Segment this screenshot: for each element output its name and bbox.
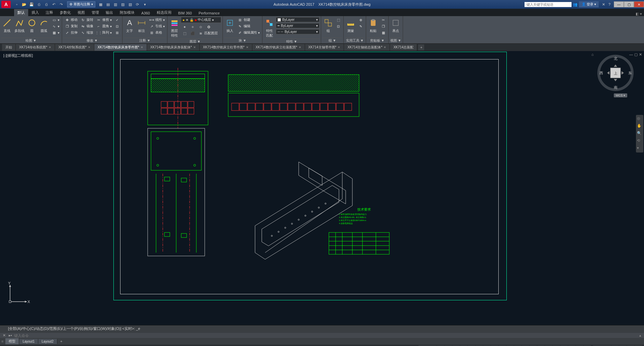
view-cube[interactable]: 北 南 西 东 上	[597, 54, 634, 91]
util-a[interactable]: ⊕	[357, 17, 364, 23]
file-tab-5[interactable]: XK714数控铣床立柱零件图*✕	[200, 44, 252, 51]
close-icon[interactable]: ✕	[338, 46, 340, 49]
paste-button[interactable]: 粘贴	[367, 17, 379, 34]
linear-button[interactable]: ⟷线性 ▾	[148, 17, 166, 23]
minimize-button[interactable]: —	[614, 1, 624, 7]
close-icon[interactable]: ✕	[141, 46, 143, 49]
file-tab-1[interactable]: XK714传动系统图*✕	[16, 44, 55, 51]
nav-pan-icon[interactable]: ✋	[637, 124, 642, 129]
copy2-button[interactable]: ❐	[380, 23, 387, 29]
tab-insert[interactable]: 插入	[28, 9, 42, 16]
linetype-combo[interactable]: ─ ─ByLayer▾	[276, 29, 319, 34]
panel-clip-title[interactable]: 剪贴板 ▼	[367, 38, 387, 43]
wcs-label[interactable]: WCS ▾	[614, 93, 628, 97]
layer-btn-2[interactable]: ✧	[189, 24, 196, 30]
file-tab-8[interactable]: XK714主轴箱总装配体*✕	[344, 44, 390, 51]
login-button[interactable]: 👤 登录 ▾	[579, 1, 599, 7]
layout-tab-model[interactable]: 模型	[5, 338, 19, 344]
qat-saveas-icon[interactable]: ⎙	[36, 1, 42, 8]
layout-tab-2[interactable]: Layout2	[38, 339, 57, 344]
layout-menu-icon[interactable]: ≡	[1, 339, 3, 343]
tab-bim360[interactable]: BIM 360	[175, 10, 195, 16]
rotate-button[interactable]: ↻旋转	[79, 17, 94, 23]
base-button[interactable]: 基点	[390, 17, 401, 34]
leader-button[interactable]: ↗引线 ▾	[148, 23, 166, 29]
qat-btn-e[interactable]: ▧	[127, 1, 134, 8]
spline-button[interactable]: ∿▾	[50, 23, 60, 29]
panel-layers-title[interactable]: 图层 ▼	[169, 39, 221, 44]
tab-parametric[interactable]: 参数化	[56, 9, 74, 16]
tab-view[interactable]: 视图	[74, 9, 88, 16]
match-props-button[interactable]: 特性 匹配	[264, 17, 275, 39]
trim-button[interactable]: ✂修剪 ▾	[95, 17, 113, 23]
tab-a360[interactable]: A360	[138, 10, 153, 16]
arc-button[interactable]: 圆弧	[38, 17, 50, 34]
drawing-area[interactable]: [-][俯视][二维线框] — ▢ ✕	[0, 51, 644, 325]
mod-a[interactable]: ✓	[113, 17, 121, 23]
app-logo[interactable]: A	[1, 1, 11, 8]
cut-button[interactable]: ✂	[380, 17, 387, 23]
mod-b[interactable]: ⊡	[113, 23, 121, 29]
circle-button[interactable]: 圆	[26, 17, 38, 34]
cmd-expand-icon[interactable]: ▴	[639, 333, 641, 338]
layout-add-button[interactable]: +	[58, 338, 64, 344]
tab-addins[interactable]: 附加模块	[116, 9, 138, 16]
ribbon-expand-icon[interactable]: ◧ ▾	[634, 12, 644, 16]
edit-attr-button[interactable]: ✐编辑属性 ▾	[236, 30, 261, 36]
fillet-button[interactable]: ⌐圆角 ▾	[95, 23, 113, 29]
group-button[interactable]: 组	[323, 17, 334, 34]
rect-button[interactable]: ▭▾	[50, 17, 60, 23]
qat-btn-g[interactable]: ▾	[142, 1, 148, 8]
tab-default[interactable]: 默认	[14, 9, 28, 16]
file-tab-4[interactable]: XK714数控铣床床身装配体*✕	[147, 44, 200, 51]
hatch-button[interactable]: ▦▾	[50, 30, 60, 36]
text-button[interactable]: A文字	[124, 17, 135, 34]
tab-manage[interactable]: 管理	[88, 9, 102, 16]
close-icon[interactable]: ✕	[384, 46, 386, 49]
match-layer-button[interactable]: ≋匹配图层	[197, 30, 219, 36]
lineweight-combo[interactable]: ━ByLayer▾	[276, 23, 319, 28]
qat-new-icon[interactable]: ▫	[13, 1, 20, 8]
group-btn-a[interactable]: ⬚	[335, 17, 342, 23]
home-icon[interactable]: ⌂	[591, 52, 594, 56]
panel-modify-title[interactable]: 修改 ▼	[63, 38, 121, 43]
layer-props-button[interactable]: 图层 特性	[169, 17, 180, 39]
color-combo[interactable]: ByLayer▾	[276, 17, 319, 22]
panel-util-title[interactable]: 实用工具 ▼	[345, 38, 364, 43]
search-input[interactable]	[525, 2, 572, 7]
layer-combo[interactable]: ●☀🔓■中心线层 ▾	[181, 17, 221, 23]
tab-annotate[interactable]: 注释	[42, 9, 56, 16]
layer-btn-3[interactable]: ✩	[197, 24, 204, 30]
qat-undo-icon[interactable]: ↶	[50, 1, 57, 8]
layer-btn-4[interactable]: ✪	[205, 24, 212, 30]
measure-button[interactable]: 测量	[345, 17, 356, 34]
close-icon[interactable]: ✕	[299, 46, 301, 49]
nav-orbit-icon[interactable]: ⟲	[637, 138, 642, 144]
close-button[interactable]: ✕	[634, 1, 644, 7]
polyline-button[interactable]: 多段线	[13, 17, 26, 34]
panel-group-title[interactable]: 组 ▼	[323, 38, 342, 43]
insert-button[interactable]: 插入	[224, 17, 236, 34]
qat-save-icon[interactable]: 💾	[28, 1, 35, 8]
exchange-icon[interactable]: ✕	[602, 2, 605, 7]
canvas-close-icon[interactable]: ✕	[639, 52, 642, 57]
nav-show-icon[interactable]: ▾	[637, 146, 642, 151]
qat-btn-f[interactable]: ⟳	[134, 1, 141, 8]
close-icon[interactable]: ✕	[246, 46, 249, 49]
array-button[interactable]: ⋮⋮阵列 ▾	[95, 30, 113, 36]
close-icon[interactable]: ✕	[88, 46, 91, 49]
panel-view-title[interactable]: 视图 ▼	[390, 38, 401, 43]
table-button[interactable]: ⊞表格	[148, 30, 166, 36]
tab-performance[interactable]: Performance	[195, 10, 223, 16]
qat-open-icon[interactable]: 📂	[21, 1, 28, 8]
command-input[interactable]	[14, 334, 639, 338]
file-tab-7[interactable]: XK714主轴零件图*✕	[305, 44, 344, 51]
file-tab-9[interactable]: XK714总装配	[390, 44, 417, 51]
canvas-max-icon[interactable]: ▢	[634, 52, 638, 57]
qat-redo-icon[interactable]: ↷	[58, 1, 64, 8]
group-btn-b[interactable]: ⊡	[335, 23, 342, 29]
qat-btn-a[interactable]: ▦	[97, 1, 104, 8]
cmd-close-icon[interactable]: ✕	[1, 333, 7, 338]
new-tab-button[interactable]: +	[418, 44, 424, 50]
file-tab-2[interactable]: XK714控制系统图*✕	[55, 44, 94, 51]
